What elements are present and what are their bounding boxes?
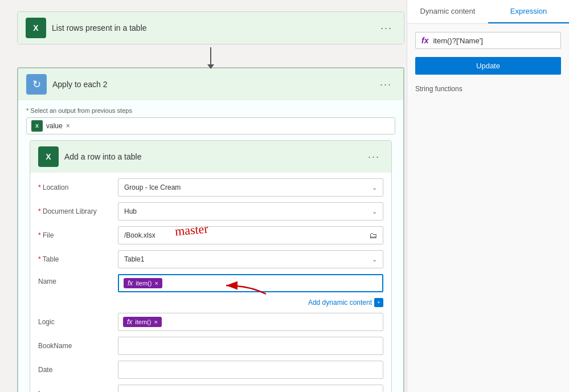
- location-dropdown-arrow: ⌄: [372, 184, 377, 191]
- file-label: * File: [38, 231, 112, 239]
- location-row: * Location Group - Ice Cream ⌄: [38, 178, 383, 197]
- excel-icon-list: X: [26, 18, 46, 38]
- doc-library-dropdown-arrow: ⌄: [372, 208, 377, 215]
- add-row-header-left: X Add a row into a table: [38, 146, 141, 167]
- arrow-down-1: [210, 47, 211, 64]
- logic-row: Logic fx item() ×: [38, 313, 383, 331]
- image-input[interactable]: [118, 385, 383, 392]
- flow-arrow-1: [17, 44, 404, 67]
- doc-library-row: * Document Library Hub ⌄: [38, 202, 383, 220]
- date-row: Date: [38, 361, 383, 379]
- fx-icon-logic: fx: [127, 318, 132, 326]
- name-expr-value: item(): [136, 280, 152, 287]
- logic-expr-value: item(): [135, 318, 151, 325]
- name-expr-chip: fx item() ×: [124, 278, 162, 288]
- panel-body: fx item()?['Name'] Update String functio…: [407, 24, 569, 392]
- logic-label: Logic: [38, 318, 112, 326]
- string-functions-label: String functions: [415, 85, 561, 93]
- table-dropdown-arrow: ⌄: [372, 256, 377, 263]
- apply-each-header: ↻ Apply to each 2 ···: [18, 68, 403, 100]
- image-row: Image: [38, 385, 383, 392]
- location-dropdown[interactable]: Group - Ice Cream ⌄: [118, 178, 383, 197]
- date-label: Date: [38, 366, 112, 374]
- date-input[interactable]: [118, 361, 383, 379]
- table-dropdown[interactable]: Table1 ⌄: [118, 250, 383, 268]
- doc-library-dropdown[interactable]: Hub ⌄: [118, 202, 383, 220]
- add-row-more-btn[interactable]: ···: [365, 150, 383, 164]
- add-dynamic-content-btn[interactable]: Add dynamic content +: [308, 298, 383, 307]
- name-row: Name fx item() ×: [38, 274, 383, 292]
- list-rows-header: X List rows present in a table ···: [18, 12, 404, 44]
- tab-dynamic-content[interactable]: Dynamic content: [407, 0, 488, 23]
- file-row: * File /Book.xlsx 🗂 master: [38, 226, 383, 244]
- bookname-label: BookName: [38, 342, 112, 350]
- file-input[interactable]: /Book.xlsx 🗂: [118, 226, 383, 244]
- expression-value: item()?['Name']: [433, 36, 555, 45]
- value-chip-label: value: [46, 122, 63, 130]
- add-row-header: X Add a row into a table ···: [30, 141, 391, 173]
- bookname-input[interactable]: [118, 337, 383, 355]
- list-rows-card: X List rows present in a table ···: [17, 11, 404, 44]
- logic-input-field[interactable]: fx item() ×: [118, 313, 383, 331]
- name-label: Name: [38, 274, 112, 285]
- file-folder-icon: 🗂: [369, 231, 377, 240]
- list-rows-title: List rows present in a table: [52, 23, 147, 32]
- table-label: * Table: [38, 255, 112, 263]
- add-row-body: * Location Group - Ice Cream ⌄: [30, 173, 391, 392]
- bookname-row: BookName: [38, 337, 383, 355]
- apply-each-more-btn[interactable]: ···: [376, 77, 395, 92]
- expression-input-row: fx item()?['Name']: [415, 32, 561, 49]
- list-rows-header-left: X List rows present in a table: [26, 18, 147, 38]
- table-row-field: * Table Table1 ⌄: [38, 250, 383, 268]
- loop-icon: ↻: [26, 74, 47, 95]
- apply-each-body: * Select an output from previous steps X…: [18, 100, 403, 392]
- logic-expr-chip: fx item() ×: [123, 317, 162, 327]
- excel-icon-add-row: X: [38, 146, 59, 167]
- apply-each-header-left: ↻ Apply to each 2: [26, 74, 108, 95]
- add-dynamic-row: Add dynamic content +: [38, 298, 383, 307]
- list-rows-more-btn[interactable]: ···: [377, 21, 396, 35]
- add-row-title: Add a row into a table: [64, 152, 141, 161]
- panel-fx-icon: fx: [421, 36, 428, 45]
- logic-expr-close[interactable]: ×: [154, 318, 157, 325]
- panel-tabs: Dynamic content Expression: [407, 0, 569, 24]
- fx-icon-name: fx: [128, 279, 133, 287]
- tab-expression[interactable]: Expression: [488, 0, 569, 23]
- right-panel: Dynamic content Expression fx item()?['N…: [407, 0, 569, 392]
- update-button[interactable]: Update: [415, 57, 561, 75]
- apply-each-card: ↻ Apply to each 2 ··· * Select an output…: [17, 67, 404, 392]
- chip-excel-icon: X: [31, 120, 43, 132]
- select-output-label: * Select an output from previous steps: [26, 107, 395, 114]
- value-chip-close[interactable]: ×: [66, 122, 70, 130]
- doc-library-label: * Document Library: [38, 207, 112, 215]
- location-label: * Location: [38, 183, 112, 191]
- value-chip-container: X value ×: [26, 117, 395, 134]
- name-input-field[interactable]: fx item() ×: [118, 274, 383, 292]
- name-expr-close[interactable]: ×: [154, 280, 158, 287]
- apply-each-title: Apply to each 2: [52, 80, 108, 89]
- dynamic-content-icon: +: [374, 298, 383, 307]
- add-row-card: X Add a row into a table ··· * Location: [30, 140, 392, 392]
- add-dynamic-label: Add dynamic content: [308, 299, 372, 307]
- image-label: Image: [38, 390, 112, 392]
